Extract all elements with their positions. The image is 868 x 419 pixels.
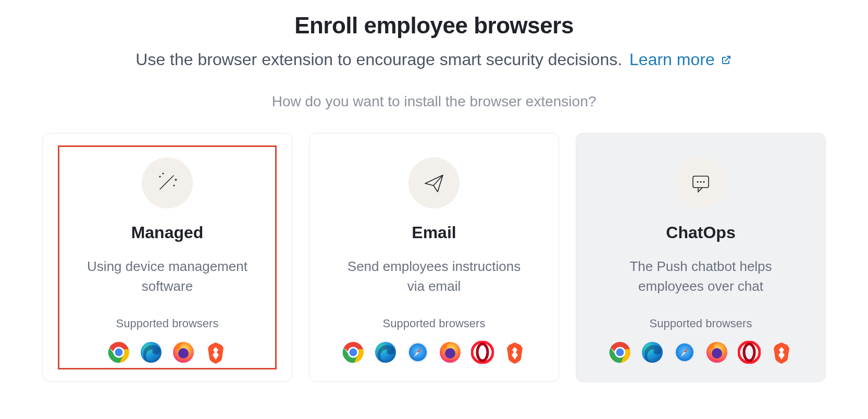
opera-icon xyxy=(738,341,761,364)
edge-icon xyxy=(641,341,664,364)
install-options: Managed Using device management software… xyxy=(31,133,837,382)
chatops-description: The Push chatbot helps employees over ch… xyxy=(607,257,795,296)
managed-description: Using device management software xyxy=(73,257,261,296)
brave-icon xyxy=(503,341,526,364)
chatops-icon-circle xyxy=(675,157,726,208)
chrome-icon xyxy=(107,341,130,364)
email-browser-row xyxy=(342,341,526,364)
chrome-icon xyxy=(342,341,365,364)
install-prompt: How do you want to install the browser e… xyxy=(31,93,837,110)
paper-plane-icon xyxy=(422,171,446,195)
chrome-icon xyxy=(609,341,631,364)
edge-icon xyxy=(140,341,163,364)
chat-icon xyxy=(689,171,713,195)
learn-more-label: Learn more xyxy=(629,50,715,69)
opera-icon xyxy=(471,341,494,364)
email-description: Send employees instructions via email xyxy=(340,257,528,296)
chatops-title: ChatOps xyxy=(666,223,735,242)
email-supported-label: Supported browsers xyxy=(383,317,486,330)
chatops-browser-row xyxy=(609,341,793,364)
page-subtitle: Use the browser extension to encourage s… xyxy=(135,50,622,69)
option-card-managed[interactable]: Managed Using device management software… xyxy=(42,133,292,382)
brave-icon xyxy=(204,341,227,364)
option-card-email[interactable]: Email Send employees instructions via em… xyxy=(309,133,559,382)
brave-icon xyxy=(770,341,793,364)
wand-icon xyxy=(155,171,179,195)
managed-supported-label: Supported browsers xyxy=(116,317,219,330)
external-link-icon xyxy=(720,54,733,66)
firefox-icon xyxy=(172,341,195,364)
edge-icon xyxy=(374,341,397,364)
safari-icon xyxy=(673,341,696,364)
managed-browser-row xyxy=(107,341,227,364)
managed-icon-circle xyxy=(142,157,193,208)
email-title: Email xyxy=(412,223,456,242)
option-card-chatops[interactable]: ChatOps The Push chatbot helps employees… xyxy=(576,133,826,382)
page-title: Enroll employee browsers xyxy=(31,13,837,39)
email-icon-circle xyxy=(408,157,460,208)
chatops-supported-label: Supported browsers xyxy=(650,317,752,330)
firefox-icon xyxy=(439,341,462,364)
managed-title: Managed xyxy=(131,223,204,242)
learn-more-link[interactable]: Learn more xyxy=(629,50,733,69)
safari-icon xyxy=(406,341,429,364)
firefox-icon xyxy=(705,341,728,364)
